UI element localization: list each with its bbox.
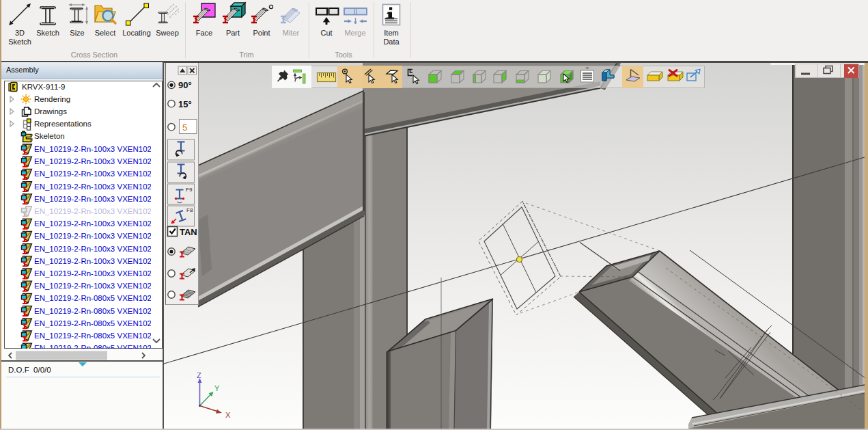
- svg-text:F9: F9: [186, 187, 193, 193]
- svg-text:15°: 15°: [178, 99, 192, 109]
- svg-text:Y: Y: [214, 384, 220, 392]
- svg-text:F8: F8: [186, 207, 193, 213]
- svg-text:90°: 90°: [178, 80, 192, 90]
- svg-text:5: 5: [182, 122, 187, 133]
- svg-text:Z: Z: [197, 371, 201, 379]
- svg-text:X: X: [225, 411, 231, 419]
- svg-text:TAN: TAN: [180, 227, 197, 237]
